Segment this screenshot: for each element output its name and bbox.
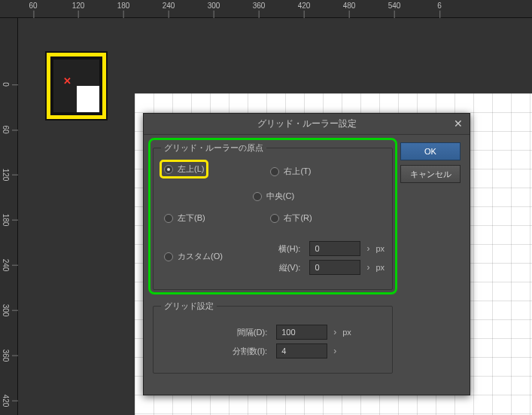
radio-custom[interactable] bbox=[164, 252, 173, 261]
grid-settings-group: グリッド設定 間隔(D): 100 › px 分割数(I): 4 › px bbox=[153, 301, 393, 374]
origin-h-unit: px bbox=[375, 244, 385, 253]
ruler-tick: 480 bbox=[343, 2, 356, 10]
radio-bottom-right[interactable] bbox=[270, 214, 279, 223]
radio-top-left[interactable] bbox=[164, 165, 173, 174]
radio-custom-wrap: カスタム(O) bbox=[164, 240, 239, 273]
radio-bottom-left-label: 左下(B) bbox=[178, 212, 205, 224]
ruler-tick: 120 bbox=[72, 2, 85, 10]
grid-interval-label: 間隔(D): bbox=[196, 327, 267, 338]
highlight-top-left: 左上(L) bbox=[163, 163, 205, 175]
ruler-tick: 6 bbox=[437, 2, 442, 10]
ruler-tick: 180 bbox=[2, 214, 10, 227]
origin-preview-highlight: ✕ bbox=[47, 53, 106, 119]
origin-v-stepper-icon[interactable]: › bbox=[366, 262, 369, 273]
ruler-tick: 180 bbox=[117, 2, 130, 10]
dialog-title: グリッド・ルーラー設定 bbox=[257, 117, 357, 130]
radio-top-right[interactable] bbox=[270, 167, 279, 176]
vertical-ruler: 0 60 120 180 240 300 360 420 bbox=[0, 0, 18, 415]
radio-center[interactable] bbox=[253, 192, 262, 201]
origin-v-label: 縦(V): bbox=[270, 262, 300, 273]
ruler-tick: 0 bbox=[2, 82, 10, 87]
origin-v-unit: px bbox=[375, 263, 385, 272]
radio-bottom-right-wrap: 右下(R) bbox=[270, 212, 385, 224]
origin-h-input[interactable]: 0 bbox=[309, 241, 360, 256]
radio-top-left-wrap: 左上(L) bbox=[163, 163, 239, 183]
grid-interval-unit: px bbox=[342, 328, 351, 337]
close-icon[interactable]: ✕ bbox=[451, 117, 465, 130]
origin-v-input[interactable]: 0 bbox=[309, 260, 360, 275]
origin-group-legend: グリッド・ルーラーの原点 bbox=[161, 142, 266, 154]
ruler-tick: 420 bbox=[2, 395, 10, 407]
grid-divisions-stepper-icon[interactable]: › bbox=[333, 346, 336, 356]
radio-custom-label: カスタム(O) bbox=[178, 251, 223, 262]
origin-h-stepper-icon[interactable]: › bbox=[366, 243, 369, 254]
grid-ruler-settings-dialog: グリッド・ルーラー設定 ✕ グリッド・ルーラーの原点 左上(L) 右上(T) bbox=[143, 113, 470, 395]
origin-marker-icon: ✕ bbox=[63, 75, 71, 87]
radio-center-label: 中央(C) bbox=[266, 191, 294, 202]
grid-interval-input[interactable]: 100 bbox=[276, 325, 327, 340]
radio-bottom-right-label: 右下(R) bbox=[284, 212, 312, 224]
grid-settings-legend: グリッド設定 bbox=[161, 301, 217, 312]
origin-group: グリッド・ルーラーの原点 左上(L) 右上(T) bbox=[153, 142, 393, 290]
ok-button[interactable]: OK bbox=[400, 142, 461, 160]
radio-top-right-label: 右上(T) bbox=[284, 166, 311, 177]
radio-bottom-left[interactable] bbox=[164, 214, 173, 223]
origin-preview-corner bbox=[77, 86, 100, 112]
origin-preview-inner: ✕ bbox=[53, 60, 99, 112]
ruler-tick: 60 bbox=[2, 125, 10, 133]
ruler-tick: 360 bbox=[2, 349, 10, 362]
radio-top-left-label: 左上(L) bbox=[178, 163, 204, 175]
dialog-titlebar[interactable]: グリッド・ルーラー設定 ✕ bbox=[144, 114, 470, 135]
horizontal-ruler: 60 120 180 240 300 360 420 480 540 6 bbox=[0, 0, 532, 18]
grid-interval-stepper-icon[interactable]: › bbox=[333, 327, 336, 337]
radio-bottom-left-wrap: 左下(B) bbox=[164, 212, 239, 224]
ruler-tick: 420 bbox=[298, 2, 311, 10]
radio-center-wrap: 中央(C) bbox=[253, 191, 294, 202]
ruler-tick: 240 bbox=[163, 2, 175, 10]
cancel-button[interactable]: キャンセル bbox=[400, 165, 461, 183]
radio-top-right-wrap: 右上(T) bbox=[270, 166, 385, 177]
ruler-tick: 300 bbox=[208, 2, 220, 10]
grid-divisions-label: 分割数(I): bbox=[196, 346, 267, 357]
ruler-tick: 240 bbox=[2, 259, 10, 272]
ruler-tick: 540 bbox=[388, 2, 401, 10]
ruler-tick: 300 bbox=[2, 304, 10, 317]
grid-divisions-input[interactable]: 4 bbox=[276, 343, 327, 359]
ruler-tick: 360 bbox=[253, 2, 266, 10]
ruler-tick: 60 bbox=[29, 2, 37, 10]
origin-h-label: 横(H): bbox=[270, 243, 300, 255]
ruler-tick: 120 bbox=[2, 169, 10, 182]
